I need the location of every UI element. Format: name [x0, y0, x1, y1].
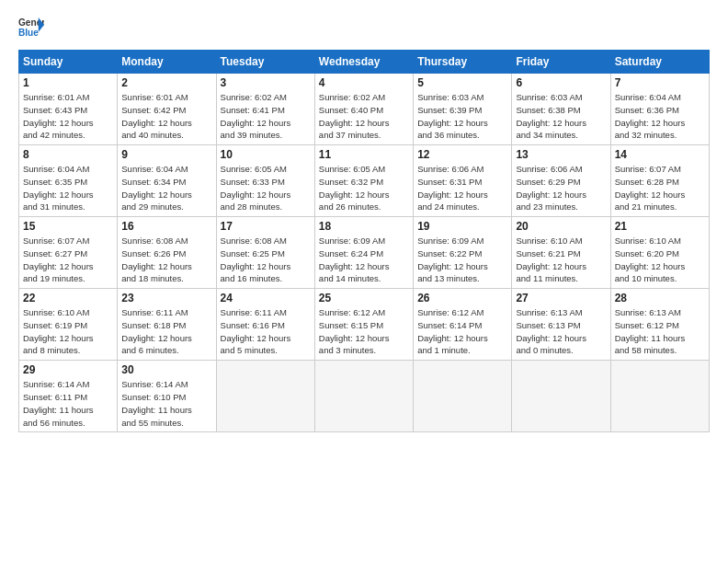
calendar-cell: 6Sunrise: 6:03 AMSunset: 6:38 PMDaylight… [512, 74, 610, 145]
calendar-cell: 29Sunrise: 6:14 AMSunset: 6:11 PMDayligh… [19, 361, 118, 432]
day-number: 15 [23, 220, 113, 233]
day-number: 7 [615, 76, 705, 89]
calendar-cell [216, 361, 314, 432]
calendar-week-4: 22Sunrise: 6:10 AMSunset: 6:19 PMDayligh… [19, 289, 710, 361]
day-number: 30 [121, 363, 211, 376]
calendar-cell: 7Sunrise: 6:04 AMSunset: 6:36 PMDaylight… [610, 74, 709, 145]
calendar-cell: 8Sunrise: 6:04 AMSunset: 6:35 PMDaylight… [19, 145, 118, 217]
day-info: Sunrise: 6:12 AMSunset: 6:15 PMDaylight:… [319, 306, 409, 357]
calendar-cell: 26Sunrise: 6:12 AMSunset: 6:14 PMDayligh… [414, 289, 512, 361]
day-info: Sunrise: 6:09 AMSunset: 6:24 PMDaylight:… [319, 235, 409, 285]
day-header-thursday: Thursday [414, 51, 512, 74]
calendar-header-row: SundayMondayTuesdayWednesdayThursdayFrid… [19, 51, 710, 74]
day-info: Sunrise: 6:02 AMSunset: 6:41 PMDaylight:… [221, 91, 311, 142]
page-header: General Blue [18, 15, 710, 40]
calendar-week-1: 1Sunrise: 6:01 AMSunset: 6:43 PMDaylight… [19, 74, 710, 145]
day-number: 12 [417, 148, 507, 161]
day-header-tuesday: Tuesday [216, 51, 314, 74]
day-info: Sunrise: 6:02 AMSunset: 6:40 PMDaylight:… [319, 91, 409, 142]
day-info: Sunrise: 6:10 AMSunset: 6:21 PMDaylight:… [516, 235, 606, 285]
day-info: Sunrise: 6:12 AMSunset: 6:14 PMDaylight:… [417, 306, 507, 357]
day-number: 20 [516, 220, 606, 233]
day-info: Sunrise: 6:07 AMSunset: 6:28 PMDaylight:… [615, 163, 705, 213]
calendar-cell: 28Sunrise: 6:13 AMSunset: 6:12 PMDayligh… [610, 289, 709, 361]
calendar-cell [414, 361, 512, 432]
day-info: Sunrise: 6:03 AMSunset: 6:38 PMDaylight:… [516, 91, 606, 142]
day-info: Sunrise: 6:14 AMSunset: 6:10 PMDaylight:… [121, 378, 211, 429]
calendar-cell: 5Sunrise: 6:03 AMSunset: 6:39 PMDaylight… [414, 74, 512, 145]
day-info: Sunrise: 6:06 AMSunset: 6:31 PMDaylight:… [417, 163, 507, 213]
day-info: Sunrise: 6:07 AMSunset: 6:27 PMDaylight:… [23, 235, 113, 285]
day-info: Sunrise: 6:01 AMSunset: 6:43 PMDaylight:… [23, 91, 113, 142]
calendar-cell: 12Sunrise: 6:06 AMSunset: 6:31 PMDayligh… [414, 145, 512, 217]
day-header-wednesday: Wednesday [314, 51, 413, 74]
day-info: Sunrise: 6:03 AMSunset: 6:39 PMDaylight:… [417, 91, 507, 142]
calendar-page: General Blue SundayMondayTuesdayWednesda… [0, 0, 728, 563]
calendar-table: SundayMondayTuesdayWednesdayThursdayFrid… [18, 50, 710, 432]
day-number: 26 [417, 292, 507, 304]
day-info: Sunrise: 6:06 AMSunset: 6:29 PMDaylight:… [516, 163, 606, 213]
calendar-cell [512, 361, 610, 432]
day-number: 2 [121, 76, 211, 89]
calendar-cell: 1Sunrise: 6:01 AMSunset: 6:43 PMDaylight… [19, 74, 118, 145]
calendar-week-5: 29Sunrise: 6:14 AMSunset: 6:11 PMDayligh… [19, 361, 710, 432]
day-header-saturday: Saturday [610, 51, 709, 74]
day-number: 23 [121, 292, 211, 304]
day-info: Sunrise: 6:05 AMSunset: 6:33 PMDaylight:… [221, 163, 311, 213]
day-number: 10 [221, 148, 311, 161]
calendar-cell: 3Sunrise: 6:02 AMSunset: 6:41 PMDaylight… [216, 74, 314, 145]
calendar-week-2: 8Sunrise: 6:04 AMSunset: 6:35 PMDaylight… [19, 145, 710, 217]
calendar-cell: 4Sunrise: 6:02 AMSunset: 6:40 PMDaylight… [314, 74, 413, 145]
day-info: Sunrise: 6:13 AMSunset: 6:12 PMDaylight:… [615, 306, 705, 357]
day-info: Sunrise: 6:14 AMSunset: 6:11 PMDaylight:… [23, 378, 113, 429]
day-number: 29 [23, 363, 113, 376]
day-number: 22 [23, 292, 113, 304]
calendar-cell: 21Sunrise: 6:10 AMSunset: 6:20 PMDayligh… [610, 217, 709, 289]
calendar-cell: 25Sunrise: 6:12 AMSunset: 6:15 PMDayligh… [314, 289, 413, 361]
day-number: 3 [221, 76, 311, 89]
calendar-cell: 16Sunrise: 6:08 AMSunset: 6:26 PMDayligh… [118, 217, 216, 289]
calendar-cell: 13Sunrise: 6:06 AMSunset: 6:29 PMDayligh… [512, 145, 610, 217]
day-info: Sunrise: 6:11 AMSunset: 6:18 PMDaylight:… [121, 306, 211, 357]
calendar-cell: 22Sunrise: 6:10 AMSunset: 6:19 PMDayligh… [19, 289, 118, 361]
day-number: 9 [121, 148, 211, 161]
calendar-week-3: 15Sunrise: 6:07 AMSunset: 6:27 PMDayligh… [19, 217, 710, 289]
day-info: Sunrise: 6:10 AMSunset: 6:20 PMDaylight:… [615, 235, 705, 285]
day-number: 13 [516, 148, 606, 161]
day-info: Sunrise: 6:01 AMSunset: 6:42 PMDaylight:… [121, 91, 211, 142]
day-info: Sunrise: 6:05 AMSunset: 6:32 PMDaylight:… [319, 163, 409, 213]
calendar-cell: 2Sunrise: 6:01 AMSunset: 6:42 PMDaylight… [118, 74, 216, 145]
day-header-sunday: Sunday [19, 51, 118, 74]
calendar-cell: 27Sunrise: 6:13 AMSunset: 6:13 PMDayligh… [512, 289, 610, 361]
calendar-cell: 24Sunrise: 6:11 AMSunset: 6:16 PMDayligh… [216, 289, 314, 361]
calendar-cell: 23Sunrise: 6:11 AMSunset: 6:18 PMDayligh… [118, 289, 216, 361]
calendar-cell: 17Sunrise: 6:08 AMSunset: 6:25 PMDayligh… [216, 217, 314, 289]
calendar-cell: 14Sunrise: 6:07 AMSunset: 6:28 PMDayligh… [610, 145, 709, 217]
calendar-cell [610, 361, 709, 432]
day-info: Sunrise: 6:08 AMSunset: 6:25 PMDaylight:… [221, 235, 311, 285]
calendar-cell: 18Sunrise: 6:09 AMSunset: 6:24 PMDayligh… [314, 217, 413, 289]
day-info: Sunrise: 6:04 AMSunset: 6:34 PMDaylight:… [121, 163, 211, 213]
calendar-cell: 20Sunrise: 6:10 AMSunset: 6:21 PMDayligh… [512, 217, 610, 289]
day-number: 27 [516, 292, 606, 304]
day-info: Sunrise: 6:08 AMSunset: 6:26 PMDaylight:… [121, 235, 211, 285]
calendar-cell: 15Sunrise: 6:07 AMSunset: 6:27 PMDayligh… [19, 217, 118, 289]
day-number: 8 [23, 148, 113, 161]
calendar-cell: 10Sunrise: 6:05 AMSunset: 6:33 PMDayligh… [216, 145, 314, 217]
calendar-cell: 11Sunrise: 6:05 AMSunset: 6:32 PMDayligh… [314, 145, 413, 217]
day-number: 18 [319, 220, 409, 233]
day-info: Sunrise: 6:13 AMSunset: 6:13 PMDaylight:… [516, 306, 606, 357]
day-number: 25 [319, 292, 409, 304]
calendar-body: 1Sunrise: 6:01 AMSunset: 6:43 PMDaylight… [19, 74, 710, 432]
day-number: 6 [516, 76, 606, 89]
day-header-friday: Friday [512, 51, 610, 74]
day-info: Sunrise: 6:04 AMSunset: 6:36 PMDaylight:… [615, 91, 705, 142]
day-number: 16 [121, 220, 211, 233]
day-info: Sunrise: 6:11 AMSunset: 6:16 PMDaylight:… [221, 306, 311, 357]
day-info: Sunrise: 6:10 AMSunset: 6:19 PMDaylight:… [23, 306, 113, 357]
svg-text:Blue: Blue [18, 28, 39, 38]
calendar-cell: 9Sunrise: 6:04 AMSunset: 6:34 PMDaylight… [118, 145, 216, 217]
calendar-cell [314, 361, 413, 432]
calendar-cell: 30Sunrise: 6:14 AMSunset: 6:10 PMDayligh… [118, 361, 216, 432]
day-number: 28 [615, 292, 705, 304]
